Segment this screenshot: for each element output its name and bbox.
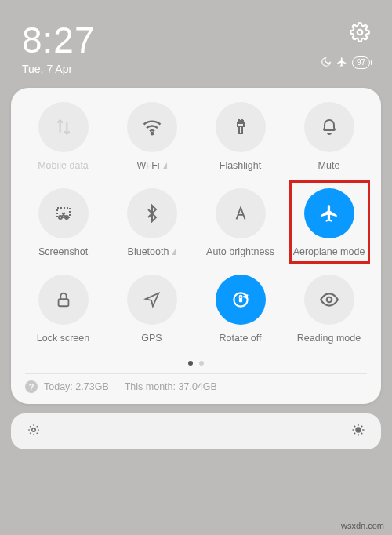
brightness-high-icon <box>351 423 365 440</box>
watermark: wsxdn.com <box>341 521 384 530</box>
settings-gear-icon[interactable] <box>350 22 370 45</box>
location-arrow-icon <box>127 275 177 325</box>
tile-label: Aeroplane mode <box>293 246 365 257</box>
svg-rect-8 <box>238 298 241 302</box>
tiles-grid: Mobile data Wi-Fi Flashlight Mute <box>19 102 373 344</box>
tile-label: Bluetooth <box>128 246 176 257</box>
tile-label: Lock screen <box>37 333 89 344</box>
tile-label-text: Wi-Fi <box>136 160 159 171</box>
tile-screenshot[interactable]: Screenshot <box>19 188 107 257</box>
status-indicators: 97 <box>321 56 370 69</box>
tile-mobile-data[interactable]: Mobile data <box>19 102 107 171</box>
clock-date: Tue, 7 Apr <box>22 63 96 75</box>
tile-flashlight[interactable]: Flashlight <box>196 102 285 171</box>
tile-wifi[interactable]: Wi-Fi <box>107 102 196 171</box>
tile-label: Rotate off <box>220 333 262 344</box>
expand-indicator-icon <box>172 249 176 255</box>
tile-label: Flashlight <box>220 160 262 171</box>
status-bar: 8:27 Tue, 7 Apr 97 <box>0 0 392 82</box>
brightness-slider[interactable] <box>11 413 381 449</box>
tile-reading-mode[interactable]: Reading mode <box>285 275 373 344</box>
tile-gps[interactable]: GPS <box>107 275 196 344</box>
usage-month-label: This month: <box>125 381 176 392</box>
auto-brightness-icon <box>216 188 266 238</box>
bell-icon <box>304 102 354 152</box>
svg-point-1 <box>151 133 152 134</box>
tile-bluetooth[interactable]: Bluetooth <box>107 188 196 257</box>
brightness-low-icon <box>27 423 41 440</box>
rotation-lock-icon <box>216 275 266 325</box>
tile-label: Mute <box>318 160 340 171</box>
svg-point-0 <box>358 30 363 35</box>
tile-auto-brightness[interactable]: Auto brightness <box>196 188 285 257</box>
tile-rotate-off[interactable]: Rotate off <box>196 275 285 344</box>
svg-point-9 <box>326 297 332 303</box>
svg-rect-6 <box>58 299 68 306</box>
usage-today-value: 2.73GB <box>75 381 108 392</box>
divider <box>25 373 367 374</box>
tile-label: Screenshot <box>38 246 88 257</box>
bluetooth-icon <box>127 188 177 238</box>
mobile-data-icon <box>38 102 89 152</box>
tile-mute[interactable]: Mute <box>285 102 373 171</box>
page-dot <box>188 361 193 366</box>
lock-icon <box>38 275 89 325</box>
scissors-icon <box>38 188 89 238</box>
page-dot <box>199 361 204 366</box>
page-indicator[interactable] <box>19 361 373 366</box>
flashlight-icon <box>216 102 266 152</box>
tile-label-text: Bluetooth <box>128 246 169 257</box>
usage-month-value: 37.04GB <box>179 381 217 392</box>
eye-icon <box>304 275 354 325</box>
usage-today-label: Today: <box>44 381 73 392</box>
time-block: 8:27 Tue, 7 Apr <box>22 22 96 75</box>
data-usage-row[interactable]: ? Today: 2.73GB This month: 37.04GB <box>19 380 373 398</box>
svg-point-11 <box>356 428 361 432</box>
tile-label: Auto brightness <box>206 246 274 257</box>
tile-label: GPS <box>141 333 162 344</box>
wifi-icon <box>127 102 177 152</box>
dnd-moon-icon <box>321 56 332 69</box>
svg-rect-2 <box>238 123 244 126</box>
help-icon: ? <box>25 380 38 393</box>
expand-indicator-icon <box>163 162 167 169</box>
quick-settings-panel: Mobile data Wi-Fi Flashlight Mute <box>11 88 381 404</box>
svg-point-10 <box>32 428 36 432</box>
tile-lock-screen[interactable]: Lock screen <box>19 275 107 344</box>
airplane-icon <box>304 188 354 238</box>
tile-label: Wi-Fi <box>136 160 166 171</box>
clock-time: 8:27 <box>22 22 96 58</box>
tile-aeroplane-mode[interactable]: Aeroplane mode <box>285 188 373 257</box>
tile-label: Mobile data <box>38 160 89 171</box>
airplane-status-icon <box>336 56 347 69</box>
tile-label: Reading mode <box>297 333 361 344</box>
battery-indicator: 97 <box>352 56 370 69</box>
